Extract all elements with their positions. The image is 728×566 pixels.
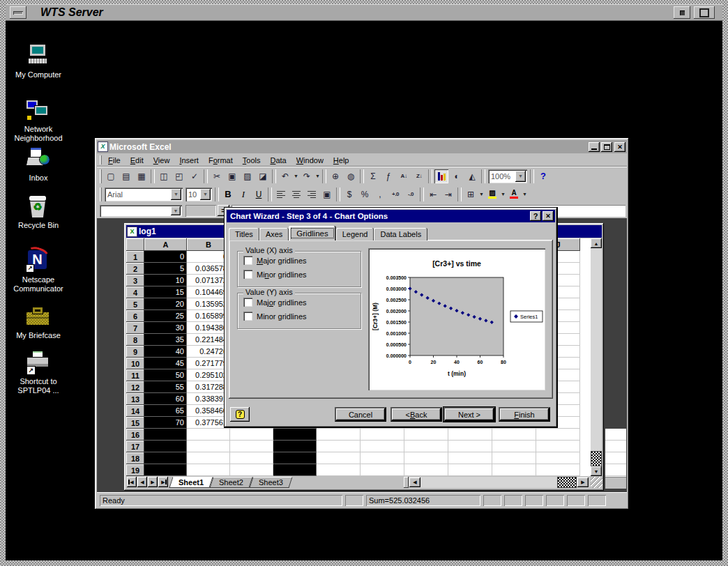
next-button[interactable]: Next > (443, 407, 495, 422)
dialog-close-button[interactable]: ✕ (543, 211, 554, 221)
desktop-icon-recycle-bin[interactable]: ♻Recycle Bin (8, 195, 68, 230)
row-header-6[interactable]: 6 (126, 310, 144, 322)
insert-hyperlink-icon[interactable]: ⊕ (328, 169, 342, 183)
cell-b13[interactable]: 0.338391 (187, 393, 230, 405)
cell-b4[interactable]: 0.104469 (187, 286, 230, 298)
sort-descending-icon[interactable]: Z↓ (412, 169, 426, 183)
row-header-14[interactable]: 14 (126, 405, 144, 417)
cell-b6[interactable]: 0.165899 (187, 310, 230, 322)
minimize-button[interactable] (589, 142, 600, 152)
row-header-15[interactable]: 15 (126, 417, 144, 429)
fill-color-icon-dropdown-icon[interactable]: ▼ (500, 188, 506, 201)
copy-icon[interactable]: ▣ (225, 169, 239, 183)
cell-i16[interactable] (492, 429, 536, 441)
scroll-down-button[interactable]: ▼ (591, 466, 602, 476)
last-sheet-button[interactable]: ▶ (158, 477, 168, 487)
cell-a9[interactable]: 40 (144, 346, 187, 358)
wts-minimize-button[interactable] (674, 6, 690, 19)
borders-icon[interactable]: ⊞ (464, 188, 478, 201)
checkbox-major-gridlines[interactable] (243, 298, 252, 307)
menu-tools[interactable]: Tools (238, 155, 266, 166)
row-header-8[interactable]: 8 (126, 334, 144, 346)
checkbox-minor-gridlines[interactable] (243, 312, 252, 321)
menu-view[interactable]: View (149, 155, 175, 166)
row-header-5[interactable]: 5 (126, 298, 144, 310)
fill-color-icon[interactable]: ▨ (485, 188, 499, 201)
cell-b14[interactable]: 0.358466 (187, 405, 230, 417)
row-header-11[interactable]: 11 (126, 369, 144, 381)
cell-g16[interactable] (404, 429, 448, 441)
cell-h19[interactable] (448, 464, 492, 476)
column-header-a[interactable]: A (144, 238, 187, 251)
sort-ascending-icon[interactable]: A↓ (397, 169, 411, 183)
cell-c19[interactable] (230, 464, 273, 476)
cell-h18[interactable] (448, 452, 492, 464)
font-size-combo[interactable]: 10▼ (185, 188, 212, 201)
cell-e19[interactable] (317, 464, 361, 476)
cell-a17[interactable] (144, 441, 187, 452)
drawing-icon[interactable]: ◭ (465, 169, 479, 183)
font-name-combo-dropdown-icon[interactable]: ▼ (171, 189, 181, 200)
tab-gridlines[interactable]: Gridlines (289, 226, 335, 240)
increase-decimal-icon[interactable]: +.0 (388, 188, 402, 201)
cell-g19[interactable] (404, 464, 448, 476)
cell-b2[interactable]: 0.036578 (187, 263, 230, 275)
cell-a19[interactable] (144, 464, 187, 476)
menu-file[interactable]: File (103, 155, 126, 166)
currency-icon[interactable]: $ (342, 188, 356, 201)
name-box-dropdown-icon[interactable]: ▼ (171, 206, 181, 215)
cell-b15[interactable]: 0.377561 (187, 417, 230, 429)
cell-d18[interactable] (273, 452, 317, 464)
comma-icon[interactable]: , (373, 188, 387, 201)
toolbar-grip[interactable] (100, 169, 102, 183)
redo-icon[interactable]: ↷ (300, 169, 314, 183)
next-sheet-button[interactable]: ▶ (148, 477, 158, 487)
spelling-icon[interactable]: ✓ (188, 169, 202, 183)
cell-a15[interactable]: 70 (144, 417, 187, 429)
font-name-combo[interactable]: Arial▼ (105, 188, 183, 201)
office-assistant-icon[interactable]: ? (536, 169, 550, 183)
cell-a11[interactable]: 50 (144, 369, 187, 381)
cell-j19[interactable] (536, 464, 580, 476)
row-header-10[interactable]: 10 (126, 358, 144, 369)
cell-f16[interactable] (361, 429, 404, 441)
column-header-b[interactable]: B (187, 238, 230, 251)
cell-b3[interactable]: 0.071372 (187, 275, 230, 286)
cell-b17[interactable] (187, 441, 230, 452)
decrease-decimal-icon[interactable]: -.0 (404, 188, 418, 201)
row-header-1[interactable]: 1 (126, 251, 144, 263)
percent-icon[interactable]: % (358, 188, 372, 201)
first-sheet-button[interactable]: ◀ (127, 477, 137, 487)
undo-icon-dropdown-icon[interactable]: ▼ (293, 169, 299, 183)
menu-insert[interactable]: Insert (174, 155, 204, 166)
row-header-4[interactable]: 4 (126, 286, 144, 298)
open-icon[interactable]: ▤ (119, 169, 133, 183)
cell-b8[interactable]: 0.221484 (187, 334, 230, 346)
font-color-icon[interactable]: A (507, 188, 521, 201)
menu-data[interactable]: Data (265, 155, 291, 166)
cell-i17[interactable] (492, 441, 536, 452)
cell-a8[interactable]: 35 (144, 334, 187, 346)
zoom-combo-dropdown-icon[interactable]: ▼ (515, 171, 526, 182)
cell-b18[interactable] (187, 452, 230, 464)
cell-e17[interactable] (317, 441, 361, 452)
menu-help[interactable]: Help (328, 155, 354, 166)
menu-format[interactable]: Format (204, 155, 238, 166)
vertical-scroll-thumb[interactable] (591, 452, 601, 466)
font-size-combo-dropdown-icon[interactable]: ▼ (200, 189, 211, 200)
desktop-icon-network-neighborhood[interactable]: NetworkNeighborhood (8, 99, 68, 143)
cell-b1[interactable]: 0 (187, 251, 230, 263)
cell-b7[interactable]: 0.194386 (187, 322, 230, 334)
wts-menu-button[interactable] (10, 6, 26, 19)
row-header-12[interactable]: 12 (126, 381, 144, 393)
cell-a6[interactable]: 25 (144, 310, 187, 322)
cell-a4[interactable]: 15 (144, 286, 187, 298)
redo-icon-dropdown-icon[interactable]: ▼ (314, 169, 321, 183)
cell-h17[interactable] (448, 441, 492, 452)
map-icon[interactable]: ◐ (450, 169, 464, 183)
cell-d16[interactable] (273, 429, 317, 441)
row-header-17[interactable]: 17 (126, 441, 144, 452)
row-header-16[interactable]: 16 (126, 429, 144, 441)
new-icon[interactable]: ▢ (104, 169, 118, 183)
horizontal-scroll-thumb[interactable] (558, 477, 576, 487)
